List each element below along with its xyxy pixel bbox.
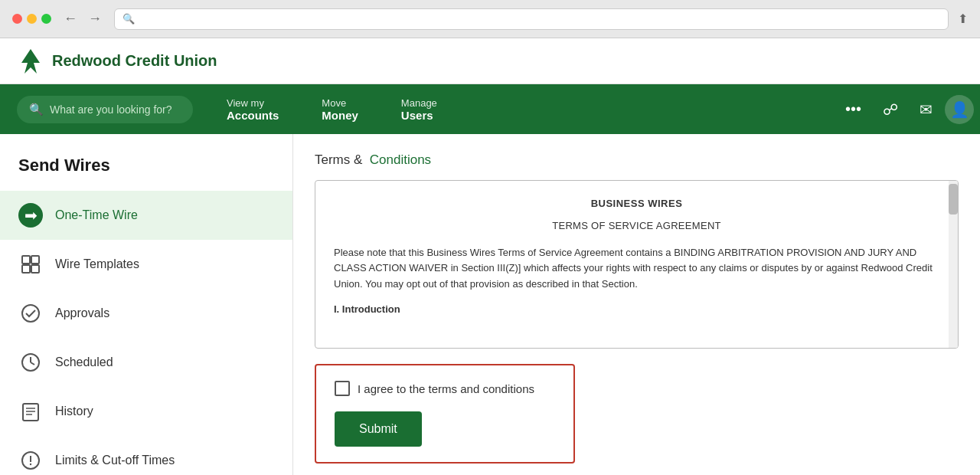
nav-manage-users-top: Manage — [401, 97, 437, 109]
sidebar-item-scheduled-label: Scheduled — [55, 355, 113, 369]
nav-move-money[interactable]: Move Money — [300, 84, 380, 134]
search-bar[interactable]: 🔍 — [17, 96, 193, 123]
url-bar[interactable]: 🔍 — [114, 8, 949, 30]
nav-user-icon[interactable]: 👤 — [945, 95, 974, 124]
section-title-link[interactable]: Conditions — [370, 152, 431, 167]
approvals-icon — [18, 301, 43, 326]
sidebar-item-wire-templates[interactable]: Wire Templates — [0, 240, 292, 289]
logo-bar: Redwood Credit Union — [0, 38, 980, 84]
nav-move-money-bottom: Money — [322, 109, 358, 122]
terms-box: BUSINESS WIRES TERMS OF SERVICE AGREEMEN… — [315, 180, 959, 349]
sidebar-item-one-time-wire[interactable]: ➡ One-Time Wire — [0, 191, 292, 240]
svg-line-8 — [31, 362, 34, 365]
agreement-row: I agree to the terms and conditions — [335, 381, 555, 396]
history-icon — [18, 399, 43, 424]
search-icon: 🔍 — [29, 103, 44, 116]
nav-links: View my Accounts Move Money Manage Users — [205, 84, 459, 134]
agreement-box: I agree to the terms and conditions Subm… — [315, 364, 575, 464]
sidebar-item-wire-templates-label: Wire Templates — [55, 257, 139, 271]
agree-checkbox[interactable] — [335, 381, 350, 396]
dot-close[interactable] — [12, 14, 22, 24]
browser-share-icon[interactable]: ⬆ — [958, 11, 968, 26]
right-panel: Terms & Conditions BUSINESS WIRES TERMS … — [293, 134, 980, 475]
svg-rect-2 — [31, 256, 39, 264]
terms-subheading: I. Introduction — [334, 302, 939, 318]
dot-minimize[interactable] — [27, 14, 37, 24]
nav-more-button[interactable]: ••• — [836, 94, 871, 124]
svg-rect-1 — [22, 256, 30, 264]
browser-nav: ← → — [60, 11, 105, 27]
terms-scrollbar[interactable] — [949, 181, 958, 348]
terms-content: BUSINESS WIRES TERMS OF SERVICE AGREEMEN… — [315, 181, 958, 348]
terms-heading2: TERMS OF SERVICE AGREEMENT — [334, 218, 939, 234]
limits-icon — [18, 448, 43, 473]
back-button[interactable]: ← — [60, 11, 80, 27]
scheduled-icon — [18, 350, 43, 375]
nav-bar: 🔍 View my Accounts Move Money Manage Use… — [0, 84, 980, 134]
terms-heading1: BUSINESS WIRES — [334, 196, 939, 212]
sidebar-item-approvals-label: Approvals — [55, 306, 109, 320]
svg-rect-9 — [23, 404, 38, 421]
one-time-wire-icon: ➡ — [18, 203, 43, 228]
nav-view-accounts-top: View my — [227, 97, 264, 109]
browser-chrome: ← → 🔍 ⬆ — [0, 0, 980, 38]
section-title-plain: Terms & — [315, 152, 362, 167]
nav-right: ••• ☍ ✉ 👤 — [836, 94, 980, 125]
agree-label: I agree to the terms and conditions — [358, 382, 534, 395]
terms-scrollbar-thumb — [949, 184, 958, 215]
nav-manage-users[interactable]: Manage Users — [380, 84, 459, 134]
terms-body: Please note that this Business Wires Ter… — [334, 245, 939, 293]
dot-maximize[interactable] — [41, 14, 51, 24]
wire-templates-icon — [18, 252, 43, 277]
sidebar-item-history[interactable]: History — [0, 387, 292, 436]
nav-view-accounts[interactable]: View my Accounts — [205, 84, 300, 134]
nav-mail-icon[interactable]: ✉ — [910, 94, 942, 125]
sidebar-item-history-label: History — [55, 405, 93, 418]
logo-icon — [17, 48, 44, 75]
logo-text: Redwood Credit Union — [52, 52, 217, 70]
main-content: Send Wires ➡ One-Time Wire Wire Template… — [0, 134, 980, 475]
sidebar-item-approvals[interactable]: Approvals — [0, 289, 292, 338]
search-input[interactable] — [50, 103, 181, 116]
svg-point-5 — [22, 305, 39, 322]
section-title: Terms & Conditions — [315, 152, 959, 168]
sidebar: Send Wires ➡ One-Time Wire Wire Template… — [0, 134, 293, 475]
sidebar-item-scheduled[interactable]: Scheduled — [0, 338, 292, 387]
nav-chat-icon[interactable]: ☍ — [874, 94, 907, 125]
sidebar-item-limits[interactable]: Limits & Cut-off Times — [0, 436, 292, 475]
svg-rect-4 — [31, 265, 39, 273]
sidebar-item-limits-label: Limits & Cut-off Times — [55, 454, 175, 467]
sidebar-item-one-time-wire-label: One-Time Wire — [55, 208, 138, 222]
nav-view-accounts-bottom: Accounts — [227, 109, 279, 122]
svg-marker-0 — [21, 49, 40, 74]
forward-button[interactable]: → — [85, 11, 105, 27]
svg-point-15 — [30, 464, 31, 465]
sidebar-title: Send Wires — [0, 134, 292, 191]
submit-button[interactable]: Submit — [335, 411, 422, 447]
nav-move-money-top: Move — [322, 97, 346, 109]
svg-rect-3 — [22, 265, 30, 273]
page-wrapper: Redwood Credit Union 🔍 View my Accounts … — [0, 38, 980, 475]
browser-dots — [12, 14, 51, 24]
url-search-icon: 🔍 — [122, 13, 135, 25]
nav-manage-users-bottom: Users — [401, 109, 433, 122]
